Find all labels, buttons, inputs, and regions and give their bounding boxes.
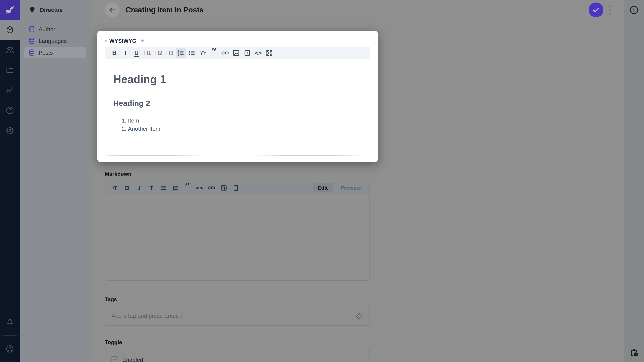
wysiwyg-content-area[interactable]: Heading 1 Heading 2 Item Another item xyxy=(105,59,370,156)
bullet-list-icon xyxy=(160,184,167,192)
pending-actions-icon xyxy=(629,348,639,358)
wysiwyg-toolbar: B I U H1 H2 H3 1 2 3 Tx ” xyxy=(105,47,370,59)
insert-image-button[interactable] xyxy=(231,48,241,58)
md-link-button[interactable] xyxy=(206,183,217,193)
gear-icon xyxy=(6,126,14,135)
save-button[interactable] xyxy=(589,2,604,17)
revisions-button[interactable] xyxy=(629,348,639,358)
md-blockquote-button[interactable]: ” xyxy=(182,183,193,193)
avatar-icon xyxy=(6,345,14,353)
fullscreen-button[interactable] xyxy=(264,48,274,58)
toggle-checkbox-label: Enabled xyxy=(122,357,143,362)
sidebar-item-languages[interactable]: Languages xyxy=(24,35,86,46)
module-insights[interactable] xyxy=(0,80,20,100)
chevron-down-icon[interactable] xyxy=(140,39,144,42)
ordered-list-button[interactable]: 1 2 3 xyxy=(176,48,186,58)
wysiwyg-editor: B I U H1 H2 H3 1 2 3 Tx ” xyxy=(105,46,370,156)
link-button[interactable] xyxy=(220,48,230,58)
tag-icon xyxy=(355,311,364,320)
md-image-button[interactable] xyxy=(230,183,241,193)
rabbit-logo-icon xyxy=(4,4,15,15)
md-ordered-list-button[interactable]: 1 2 3 xyxy=(170,183,180,193)
md-table-button[interactable] xyxy=(218,183,229,193)
video-icon xyxy=(243,49,251,57)
sidebar-item-author[interactable]: Author xyxy=(24,24,86,34)
insert-media-button[interactable] xyxy=(242,48,252,58)
database-icon xyxy=(28,25,36,33)
markdown-toolbar: tT B I T 1 2 3 ” <> xyxy=(105,182,370,194)
svg-text:3: 3 xyxy=(172,189,174,191)
sidebar-item-posts[interactable]: Posts xyxy=(24,47,86,58)
bullet-list-icon xyxy=(188,49,196,57)
ordered-list-icon: 1 2 3 xyxy=(177,49,185,57)
project-header[interactable]: Directus xyxy=(20,0,90,20)
sidebar-item-label: Languages xyxy=(38,38,67,44)
tags-input[interactable]: Add a tag and press Enter... xyxy=(105,306,370,326)
folder-icon xyxy=(6,66,14,74)
md-heading-size-button[interactable]: tT xyxy=(110,183,120,193)
project-gem-icon xyxy=(28,6,36,14)
heading3-button[interactable]: H3 xyxy=(164,48,175,58)
arrow-left-icon xyxy=(108,6,116,14)
md-strikethrough-button[interactable]: T xyxy=(146,183,156,193)
toggle-checkbox[interactable] xyxy=(112,357,118,362)
md-code-button[interactable]: <> xyxy=(194,183,205,193)
clear-formatting-button[interactable]: Tx xyxy=(198,48,208,58)
italic-button[interactable]: I xyxy=(120,48,131,58)
md-edit-tab[interactable]: Edit xyxy=(312,183,333,192)
bold-button[interactable]: B xyxy=(109,48,120,58)
md-bullet-list-button[interactable] xyxy=(158,183,168,193)
underline-button[interactable]: U xyxy=(131,48,142,58)
table-icon xyxy=(220,184,228,192)
module-content[interactable] xyxy=(0,20,20,40)
md-preview-tab[interactable]: Preview xyxy=(336,183,366,192)
page-header: Creating Item in Posts xyxy=(90,0,624,20)
database-icon xyxy=(28,49,36,56)
user-menu-button[interactable] xyxy=(0,339,20,359)
back-button[interactable] xyxy=(105,2,120,17)
image-icon xyxy=(232,49,240,57)
md-italic-button[interactable]: I xyxy=(134,183,144,193)
toggle-field-label: Toggle xyxy=(105,339,122,346)
svg-text:3: 3 xyxy=(178,54,179,56)
wysiwyg-label-row: WYSIWYG xyxy=(105,35,370,46)
notifications-button[interactable] xyxy=(0,312,20,332)
project-name: Directus xyxy=(40,7,63,13)
insights-icon xyxy=(6,86,14,94)
info-button[interactable] xyxy=(629,5,639,15)
md-bold-button[interactable]: B xyxy=(122,183,132,193)
bullet-list-button[interactable] xyxy=(187,48,197,58)
image-icon xyxy=(232,184,240,192)
bell-icon xyxy=(6,318,14,327)
right-sidebar-strip xyxy=(624,0,644,362)
more-options-button[interactable] xyxy=(605,2,615,17)
content-heading1: Heading 1 xyxy=(113,73,362,86)
tags-field-label: Tags xyxy=(105,296,117,303)
database-icon xyxy=(28,37,36,44)
tags-placeholder: Add a tag and press Enter... xyxy=(112,313,182,319)
fullscreen-icon xyxy=(266,49,273,57)
wysiwyg-field-label: WYSIWYG xyxy=(109,38,136,44)
info-icon xyxy=(629,5,639,15)
modulebar-divider xyxy=(3,335,17,336)
module-help[interactable] xyxy=(0,100,20,120)
markdown-textarea[interactable] xyxy=(105,194,370,281)
module-settings[interactable] xyxy=(0,120,20,140)
content-heading2: Heading 2 xyxy=(113,99,362,108)
users-icon xyxy=(6,45,14,54)
edited-dot-indicator xyxy=(105,40,107,42)
heading2-button[interactable]: H2 xyxy=(154,48,164,58)
list-item: Item xyxy=(128,116,362,125)
blockquote-button[interactable]: ” xyxy=(209,48,219,58)
module-files[interactable] xyxy=(0,60,20,80)
heading1-button[interactable]: H1 xyxy=(142,48,153,58)
module-users[interactable] xyxy=(0,40,20,60)
directus-logo[interactable] xyxy=(0,0,20,20)
sidebar-item-label: Posts xyxy=(38,49,53,56)
markdown-field-label: Markdown xyxy=(105,171,131,177)
content-ordered-list: Item Another item xyxy=(113,116,362,133)
list-item: Another item xyxy=(128,125,362,133)
ordered-list-icon: 1 2 3 xyxy=(172,184,179,192)
collections-sidebar: Directus Author Languages Posts xyxy=(20,0,90,362)
source-code-button[interactable]: <> xyxy=(253,48,264,58)
